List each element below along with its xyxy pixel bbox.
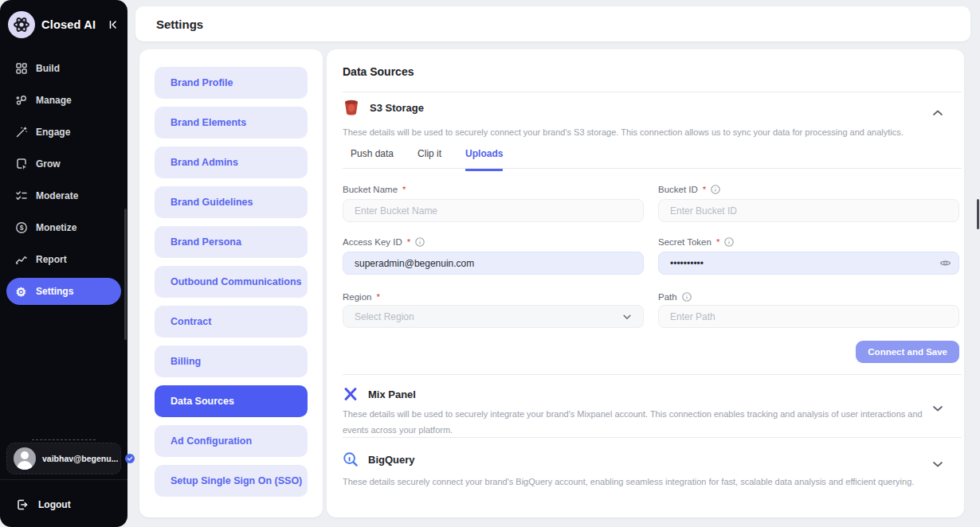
divider: [343, 92, 962, 92]
sidebar-item-engage[interactable]: Engage: [0, 116, 127, 148]
settings-nav-setup-sso[interactable]: Setup Single Sign On (SSO): [155, 465, 308, 497]
sidebar-item-label: Settings: [36, 286, 73, 297]
sidebar-item-label: Build: [36, 63, 60, 74]
s3-section-title: S3 Storage: [370, 102, 424, 114]
path-label: Path: [658, 292, 692, 302]
path-input[interactable]: [658, 305, 959, 328]
settings-nav-label: Brand Persona: [171, 236, 241, 248]
settings-nav-brand-guidelines[interactable]: Brand Guidelines: [155, 186, 308, 218]
page-title: Settings: [156, 18, 203, 31]
required-marker: *: [402, 185, 406, 194]
field-label: Bucket Name: [343, 185, 398, 194]
engage-wand-icon: [14, 126, 28, 139]
settings-gear-icon: ⚙: [14, 285, 28, 299]
settings-nav-label: Billing: [171, 356, 201, 367]
sidebar-item-report[interactable]: Report: [0, 244, 127, 275]
brand-name: Closed AI: [41, 18, 99, 31]
required-marker: *: [703, 185, 706, 194]
region-placeholder: Select Region: [355, 311, 414, 322]
logout-button[interactable]: Logout: [16, 495, 71, 514]
info-icon[interactable]: [724, 237, 734, 247]
grow-icon: [14, 158, 28, 171]
sidebar-item-moderate[interactable]: Moderate: [0, 180, 127, 212]
divider: [343, 168, 962, 169]
user-account-card[interactable]: vaibhav@begenu...: [6, 443, 121, 474]
settings-nav-label: Outbound Communications: [171, 276, 302, 287]
show-password-eye-icon[interactable]: [939, 257, 953, 270]
app-sidebar: Closed AI Build Manage: [0, 0, 127, 527]
access-key-id-input[interactable]: [343, 252, 644, 275]
sidebar-item-label: Moderate: [36, 190, 78, 201]
logout-icon: [16, 498, 29, 511]
primary-nav: Build Manage Engage: [0, 53, 127, 307]
settings-nav-brand-profile[interactable]: Brand Profile: [155, 67, 308, 99]
avatar: [14, 447, 36, 470]
settings-nav-brand-elements[interactable]: Brand Elements: [155, 107, 308, 139]
bigquery-icon: [343, 451, 359, 467]
sidebar-item-label: Report: [36, 254, 67, 265]
s3-bucket-icon: [343, 99, 360, 116]
settings-nav-outbound-communications[interactable]: Outbound Communications: [155, 266, 308, 298]
settings-nav-panel: Brand Profile Brand Elements Brand Admin…: [139, 49, 323, 517]
sidebar-item-label: Engage: [36, 127, 70, 138]
settings-nav-label: Brand Elements: [171, 117, 246, 128]
info-icon[interactable]: [711, 185, 720, 194]
info-icon[interactable]: [682, 292, 692, 302]
info-icon[interactable]: [415, 237, 425, 247]
bigquery-section-header: BigQuery: [343, 451, 415, 467]
access-key-id-label: Access Key ID *: [343, 237, 425, 247]
collapse-sidebar-icon[interactable]: [105, 17, 121, 33]
s3-section-header: S3 Storage: [343, 99, 424, 116]
mixpanel-section-header: Mix Panel: [343, 386, 416, 402]
settings-nav-brand-persona[interactable]: Brand Persona: [155, 226, 308, 258]
secret-token-label: Secret Token *: [658, 237, 734, 247]
sidebar-item-label: Manage: [36, 95, 72, 106]
sidebar-item-label: Monetize: [36, 222, 76, 233]
build-grid-icon: [14, 62, 28, 76]
settings-nav-ad-configuration[interactable]: Ad Configuration: [155, 425, 308, 457]
field-label: Bucket ID: [658, 185, 698, 194]
settings-nav-brand-admins[interactable]: Brand Admins: [155, 146, 308, 178]
settings-nav-data-sources[interactable]: Data Sources: [155, 385, 308, 417]
sidebar-item-monetize[interactable]: $ Monetize: [0, 212, 127, 244]
user-divider: [32, 439, 96, 440]
sidebar-item-settings[interactable]: ⚙ Settings: [6, 278, 121, 305]
mixpanel-expand-chevron-down-icon[interactable]: [932, 403, 945, 416]
chevron-down-icon: [622, 312, 632, 322]
bucket-name-input[interactable]: [343, 199, 644, 222]
secret-token-input[interactable]: [658, 252, 959, 275]
field-label: Secret Token: [658, 237, 711, 247]
tab-label: Clip it: [417, 148, 441, 159]
connect-and-save-button[interactable]: Connect and Save: [856, 341, 959, 363]
report-chart-icon: [14, 253, 28, 267]
settings-nav-contract[interactable]: Contract: [155, 306, 308, 338]
region-label: Region *: [343, 292, 380, 302]
svg-text:$: $: [19, 224, 23, 232]
bigquery-section-description: These details securely connect your bran…: [343, 474, 924, 490]
logout-divider: [0, 479, 127, 480]
sidebar-scrollbar[interactable]: [124, 209, 127, 340]
divider: [343, 437, 962, 438]
field-label: Path: [658, 292, 677, 302]
page-header: Settings: [135, 6, 970, 41]
bigquery-expand-chevron-down-icon[interactable]: [932, 459, 945, 471]
settings-nav-billing[interactable]: Billing: [155, 345, 308, 377]
required-marker: *: [716, 237, 719, 247]
user-email: vaibhav@begenu...: [42, 454, 118, 463]
closed-ai-logo-icon: [8, 11, 35, 38]
region-select[interactable]: Select Region: [343, 305, 644, 328]
required-marker: *: [407, 237, 410, 247]
s3-section-description: These details will be used to securely c…: [343, 124, 924, 140]
sidebar-item-build[interactable]: Build: [0, 53, 127, 84]
tab-label: Uploads: [465, 148, 503, 159]
sidebar-item-grow[interactable]: Grow: [0, 148, 127, 180]
sidebar-item-manage[interactable]: Manage: [0, 84, 127, 116]
bucket-id-input[interactable]: [658, 199, 959, 222]
settings-nav-label: Setup Single Sign On (SSO): [171, 475, 302, 486]
page-scrollbar[interactable]: [977, 199, 979, 229]
bucket-name-label: Bucket Name *: [343, 185, 406, 194]
settings-nav-label: Contract: [171, 316, 211, 327]
brand-header: Closed AI: [8, 10, 121, 40]
s3-collapse-chevron-up-icon[interactable]: [932, 107, 945, 120]
data-sources-panel: Data Sources S3 Storage These details wi…: [327, 49, 964, 517]
